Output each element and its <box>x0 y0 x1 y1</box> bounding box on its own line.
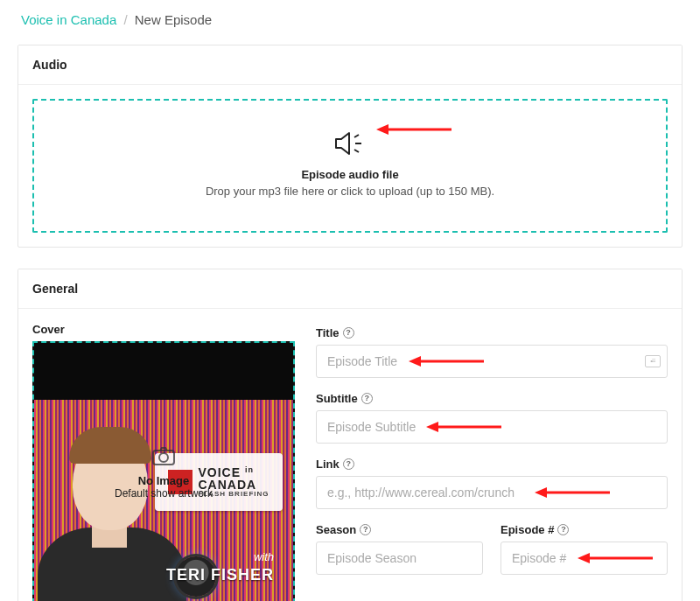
cover-column: Cover VOICE in CANADA FLASH BRIEFING <box>32 323 295 601</box>
link-label: Link <box>316 458 340 471</box>
help-icon[interactable]: ? <box>343 327 354 339</box>
audio-dropzone[interactable]: Episode audio file Drop your mp3 file he… <box>32 99 668 233</box>
svg-line-0 <box>354 135 359 137</box>
svg-marker-4 <box>376 124 388 135</box>
breadcrumb-parent-link[interactable]: Voice in Canada <box>21 12 116 27</box>
audio-panel: Audio Episode audio file Drop your mp3 f… <box>18 45 682 248</box>
help-icon[interactable]: ? <box>343 458 354 470</box>
help-icon[interactable]: ? <box>360 524 371 535</box>
annotation-arrow-icon <box>376 122 452 137</box>
cover-dropzone[interactable]: VOICE in CANADA FLASH BRIEFING with TERI… <box>32 341 295 601</box>
episode-label: Episode # <box>500 523 554 536</box>
subtitle-input[interactable] <box>316 410 668 444</box>
subtitle-label: Subtitle <box>316 392 358 405</box>
general-panel: General Cover VOICE in CANADA FLASH <box>18 269 682 601</box>
title-label: Title <box>316 326 340 339</box>
help-icon[interactable]: ? <box>361 393 373 404</box>
audio-panel-header: Audio <box>18 45 682 85</box>
cover-overlay-title: No Image <box>138 474 190 487</box>
dropzone-title: Episode audio file <box>52 168 648 181</box>
cover-overlay-sub: Default show artwork <box>115 487 213 500</box>
svg-line-2 <box>354 150 359 152</box>
help-icon[interactable]: ? <box>557 524 569 535</box>
season-input[interactable] <box>316 542 483 575</box>
breadcrumb-current: New Episode <box>135 12 212 27</box>
episode-input[interactable] <box>500 542 668 575</box>
general-panel-header: General <box>18 269 682 309</box>
season-label: Season <box>316 523 356 536</box>
cover-label: Cover <box>32 323 295 336</box>
link-input[interactable] <box>316 476 668 509</box>
cover-overlay: No Image Default show artwork <box>34 343 293 601</box>
title-input[interactable] <box>316 345 668 378</box>
dropzone-subtitle: Drop your mp3 file here or click to uplo… <box>52 185 648 198</box>
breadcrumb: Voice in Canada / New Episode <box>0 0 700 36</box>
title-suffix-icon[interactable]: •≡ <box>645 355 661 367</box>
breadcrumb-separator: / <box>123 12 127 27</box>
svg-point-6 <box>159 453 168 462</box>
speaker-icon <box>333 130 367 159</box>
camera-icon <box>151 445 176 469</box>
fields-column: Title ? •≡ Subtitle ? <box>316 323 668 575</box>
